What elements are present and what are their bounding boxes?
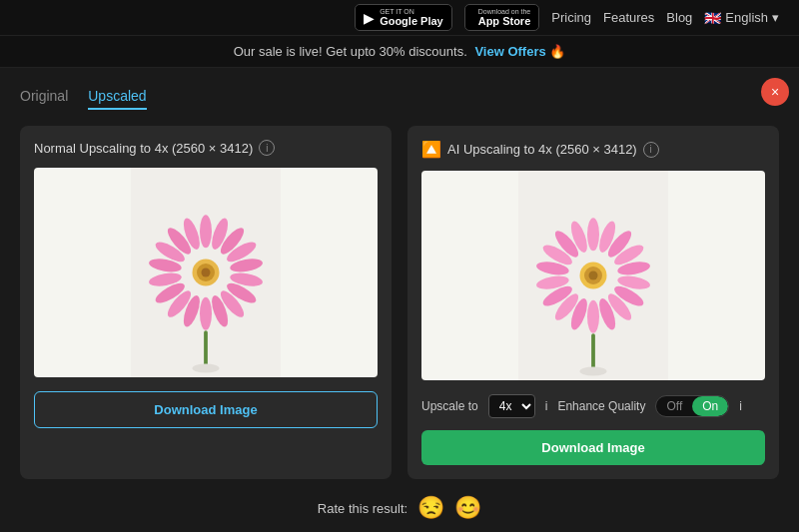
toggle-on-button[interactable]: On xyxy=(692,396,728,416)
ai-download-button[interactable]: Download Image xyxy=(421,430,765,465)
normal-title: Normal Upscaling to 4x (2560 × 3412) xyxy=(34,141,253,156)
rating-row: Rate this result: 😒 😊 xyxy=(20,495,779,521)
ai-panel-header: 🔼 AI Upscaling to 4x (2560 × 3412) i xyxy=(421,140,765,159)
svg-point-2 xyxy=(193,364,220,373)
upscale-label: Upscale to xyxy=(421,399,478,413)
flag-icon: 🇬🇧 xyxy=(704,10,721,26)
upscale-info-icon[interactable]: i xyxy=(545,399,548,413)
ai-upscale-icon: 🔼 xyxy=(421,140,441,159)
rating-positive-emoji[interactable]: 😊 xyxy=(454,495,481,521)
ai-panel: 🔼 AI Upscaling to 4x (2560 × 3412) i xyxy=(407,126,779,479)
normal-flower-svg xyxy=(34,168,378,377)
navbar: ▶ GET IT ON Google Play Download on the … xyxy=(0,0,799,36)
blog-link[interactable]: Blog xyxy=(666,10,692,25)
language-selector[interactable]: 🇬🇧 English ▾ xyxy=(704,10,779,26)
sale-text: Our sale is live! Get upto 30% discounts… xyxy=(234,44,467,59)
chevron-down-icon: ▾ xyxy=(772,10,779,25)
ai-title: AI Upscaling to 4x (2560 × 3412) xyxy=(447,142,637,157)
normal-info-icon[interactable]: i xyxy=(259,140,275,156)
close-button[interactable]: × xyxy=(761,78,789,106)
svg-point-47 xyxy=(589,271,598,280)
google-play-icon: ▶ xyxy=(364,10,375,26)
app-store-small: Download on the xyxy=(478,8,531,16)
ai-flower-svg xyxy=(421,171,765,380)
enhance-label: Enhance Quality xyxy=(557,399,645,413)
pricing-link[interactable]: Pricing xyxy=(551,10,591,25)
enhance-toggle: Off On xyxy=(655,395,729,417)
svg-point-23 xyxy=(202,268,211,277)
fire-icon: 🔥 xyxy=(549,44,565,59)
enhance-info-icon[interactable]: i xyxy=(739,399,742,413)
svg-point-12 xyxy=(200,297,212,330)
view-offers-link[interactable]: View Offers 🔥 xyxy=(474,44,565,59)
tab-original[interactable]: Original xyxy=(20,88,68,110)
google-play-big: Google Play xyxy=(380,15,443,27)
normal-panel-header: Normal Upscaling to 4x (2560 × 3412) i xyxy=(34,140,378,156)
rating-negative-emoji[interactable]: 😒 xyxy=(417,495,444,521)
app-store-badge[interactable]: Download on the App Store xyxy=(464,4,540,32)
ai-info-icon[interactable]: i xyxy=(643,142,659,158)
svg-point-36 xyxy=(587,300,599,333)
tab-upscaled[interactable]: Upscaled xyxy=(88,88,146,110)
upscale-select[interactable]: 4x 2x 8x xyxy=(488,394,535,418)
tabs-container: Original Upscaled xyxy=(20,88,779,110)
language-label: English xyxy=(725,10,768,25)
normal-download-button[interactable]: Download Image xyxy=(34,391,378,428)
sale-banner: Our sale is live! Get upto 30% discounts… xyxy=(0,36,799,68)
google-play-badge[interactable]: ▶ GET IT ON Google Play xyxy=(355,4,452,32)
comparison-grid: Normal Upscaling to 4x (2560 × 3412) i xyxy=(20,126,779,479)
svg-point-27 xyxy=(587,218,599,251)
app-store-big: App Store xyxy=(478,15,531,27)
toggle-off-button[interactable]: Off xyxy=(656,396,692,416)
ai-image-container xyxy=(421,171,765,380)
svg-point-3 xyxy=(200,215,212,248)
normal-image-container xyxy=(34,168,378,377)
rating-label: Rate this result: xyxy=(318,501,407,516)
google-play-small: GET IT ON xyxy=(380,8,443,16)
features-link[interactable]: Features xyxy=(603,10,654,25)
main-content: × Original Upscaled Normal Upscaling to … xyxy=(0,68,799,532)
normal-panel: Normal Upscaling to 4x (2560 × 3412) i xyxy=(20,126,392,479)
svg-point-26 xyxy=(580,367,607,376)
ai-controls-row: Upscale to 4x 2x 8x i Enhance Quality Of… xyxy=(421,394,765,418)
